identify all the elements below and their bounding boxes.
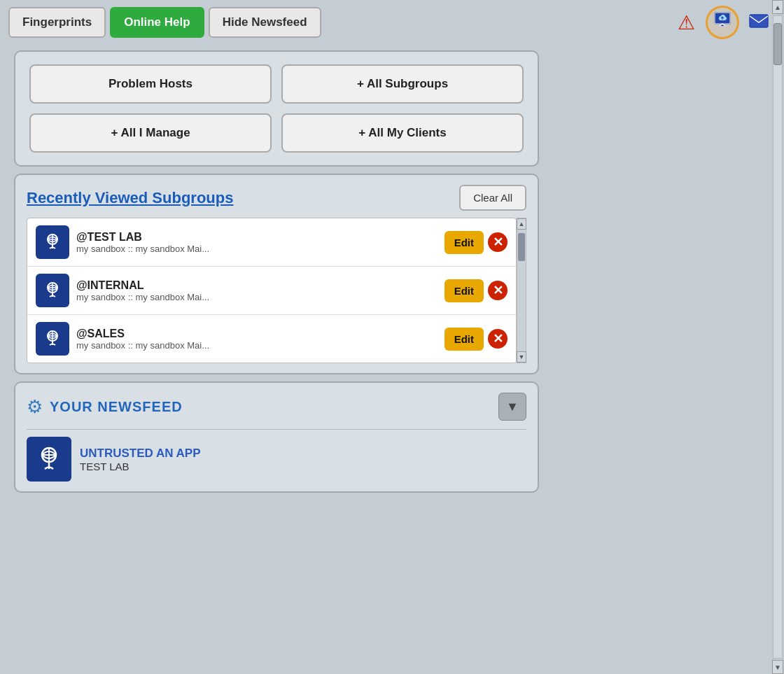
subgroups-list-container: @TEST LAB my sandbox :: my sandbox Mai..… bbox=[27, 218, 526, 363]
newsfeed-header: ⚙ YOUR NEWSFEED ▼ bbox=[27, 393, 526, 421]
recently-viewed-title[interactable]: Recently Viewed Subgroups bbox=[27, 189, 233, 207]
all-my-clients-button[interactable]: + All My Clients bbox=[281, 113, 524, 153]
list-item: @INTERNAL my sandbox :: my sandbox Mai..… bbox=[27, 267, 516, 315]
subgroup-name-3: @SALES bbox=[76, 328, 438, 340]
recently-viewed-panel: Recently Viewed Subgroups Clear All bbox=[14, 174, 539, 374]
monitor-icon-button[interactable] bbox=[706, 6, 739, 39]
gear-icon: ⚙ bbox=[27, 396, 43, 418]
list-scroll-up[interactable]: ▲ bbox=[517, 218, 526, 230]
remove-button-3[interactable]: ✕ bbox=[488, 329, 507, 349]
all-subgroups-button[interactable]: + All Subgroups bbox=[281, 64, 524, 104]
list-scrollbar: ▲ ▼ bbox=[517, 218, 526, 363]
list-scroll-inner bbox=[517, 230, 526, 351]
list-scroll-thumb bbox=[518, 233, 525, 261]
remove-icon-1: ✕ bbox=[493, 234, 503, 250]
nav-icons: ⚠ bbox=[669, 6, 776, 39]
panel-header: Recently Viewed Subgroups Clear All bbox=[27, 185, 526, 211]
hide-newsfeed-button[interactable]: Hide Newsfeed bbox=[209, 7, 321, 38]
chevron-down-icon: ▼ bbox=[506, 400, 519, 414]
subgroup-actions-3: Edit ✕ bbox=[444, 328, 507, 351]
alert-icon: ⚠ bbox=[678, 11, 695, 34]
scrollbar-down-button[interactable]: ▼ bbox=[772, 660, 783, 674]
subgroup-info-2: @INTERNAL my sandbox :: my sandbox Mai..… bbox=[76, 279, 438, 302]
newsfeed-item-icon bbox=[27, 437, 71, 482]
edit-button-2[interactable]: Edit bbox=[444, 279, 484, 302]
newsfeed-item-title: UNTRUSTED AN APP bbox=[80, 447, 526, 461]
svg-rect-3 bbox=[750, 15, 768, 27]
main-container: Fingerprints Online Help Hide Newsfeed ⚠ bbox=[0, 0, 784, 674]
subgroup-icon-2 bbox=[36, 274, 69, 307]
subgroup-path-3: my sandbox :: my sandbox Mai... bbox=[76, 340, 438, 351]
subgroup-actions-2: Edit ✕ bbox=[444, 279, 507, 302]
subgroup-icon-1 bbox=[36, 225, 69, 259]
mail-icon bbox=[748, 10, 769, 35]
newsfeed-collapse-button[interactable]: ▼ bbox=[498, 393, 526, 421]
top-nav: Fingerprints Online Help Hide Newsfeed ⚠ bbox=[0, 0, 784, 45]
newsfeed-item: UNTRUSTED AN APP TEST LAB bbox=[27, 429, 526, 482]
subgroup-icon-3 bbox=[36, 322, 69, 356]
edit-button-1[interactable]: Edit bbox=[444, 231, 484, 254]
subgroup-path-1: my sandbox :: my sandbox Mai... bbox=[76, 244, 438, 254]
scrollbar-thumb[interactable] bbox=[774, 23, 782, 65]
mail-icon-button[interactable] bbox=[742, 6, 776, 39]
problem-hosts-button[interactable]: Problem Hosts bbox=[29, 64, 272, 104]
remove-icon-2: ✕ bbox=[493, 283, 503, 298]
subgroups-list: @TEST LAB my sandbox :: my sandbox Mai..… bbox=[27, 218, 517, 363]
list-item: @TEST LAB my sandbox :: my sandbox Mai..… bbox=[27, 218, 516, 267]
newsfeed-item-text: UNTRUSTED AN APP TEST LAB bbox=[80, 447, 526, 472]
subgroup-info-1: @TEST LAB my sandbox :: my sandbox Mai..… bbox=[76, 231, 438, 254]
fingerprints-button[interactable]: Fingerprints bbox=[8, 7, 106, 38]
scrollbar-up-button[interactable]: ▲ bbox=[772, 0, 783, 14]
edit-button-3[interactable]: Edit bbox=[444, 328, 484, 351]
right-scrollbar: ▲ ▼ bbox=[771, 0, 784, 674]
alert-icon-button[interactable]: ⚠ bbox=[669, 6, 703, 39]
all-i-manage-button[interactable]: + All I Manage bbox=[29, 113, 272, 153]
remove-button-2[interactable]: ✕ bbox=[488, 281, 507, 300]
list-item: @SALES my sandbox :: my sandbox Mai... E… bbox=[27, 315, 516, 363]
online-help-button[interactable]: Online Help bbox=[110, 7, 204, 38]
monitor-icon bbox=[713, 10, 732, 35]
content-area: Fingerprints Online Help Hide Newsfeed ⚠ bbox=[0, 0, 784, 674]
newsfeed-item-sub: TEST LAB bbox=[80, 461, 526, 472]
subgroup-actions-1: Edit ✕ bbox=[444, 231, 507, 254]
newsfeed-panel: ⚙ YOUR NEWSFEED ▼ bbox=[14, 381, 539, 493]
remove-icon-3: ✕ bbox=[493, 331, 503, 346]
scrollbar-track bbox=[773, 15, 783, 659]
subgroup-info-3: @SALES my sandbox :: my sandbox Mai... bbox=[76, 328, 438, 351]
subgroup-name-2: @INTERNAL bbox=[76, 279, 438, 292]
subgroup-path-2: my sandbox :: my sandbox Mai... bbox=[76, 292, 438, 302]
newsfeed-title: YOUR NEWSFEED bbox=[50, 399, 183, 415]
clear-all-button[interactable]: Clear All bbox=[459, 185, 526, 211]
remove-button-1[interactable]: ✕ bbox=[488, 232, 507, 252]
subgroup-name-1: @TEST LAB bbox=[76, 231, 438, 244]
list-scroll-down[interactable]: ▼ bbox=[517, 351, 526, 363]
quick-buttons-panel: Problem Hosts + All Subgroups + All I Ma… bbox=[14, 50, 539, 167]
